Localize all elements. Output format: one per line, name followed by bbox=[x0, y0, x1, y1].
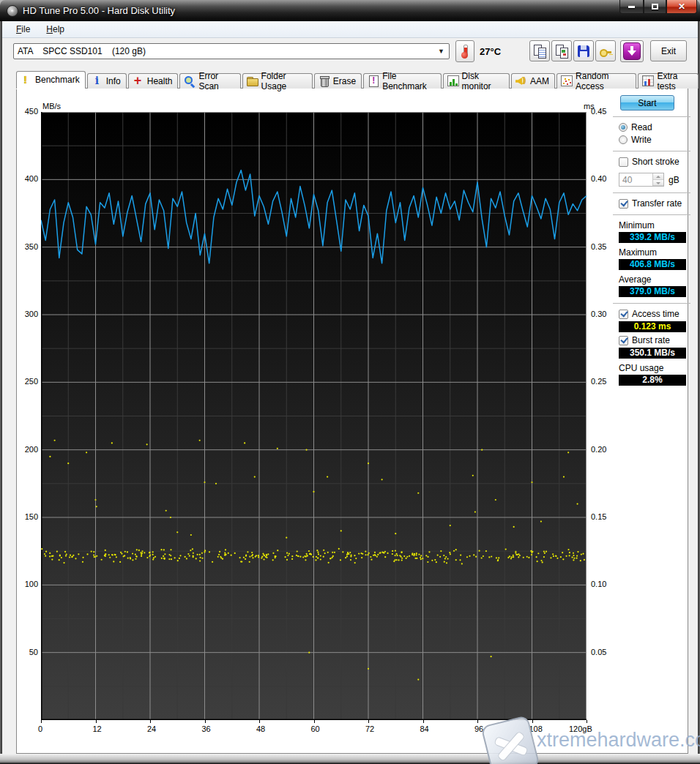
magnifier-icon bbox=[184, 75, 196, 86]
transfer-rate-row[interactable]: Transfer rate bbox=[619, 198, 686, 209]
y-right-tick-label: 0.15 bbox=[591, 512, 606, 521]
close-button[interactable]: ✕ bbox=[666, 0, 697, 14]
save-icon bbox=[576, 44, 591, 59]
read-radio[interactable] bbox=[619, 123, 628, 132]
title-bar[interactable]: HD Tune Pro 5.00 - Hard Disk Utility ✕ bbox=[0, 0, 700, 21]
maximum-label: Maximum bbox=[619, 247, 686, 258]
toolbar: ATA SPCC SSD101 (120 gB) ▼ 27°C Exit bbox=[2, 38, 698, 70]
x-axis-tick bbox=[150, 720, 151, 723]
tab-folder-usage[interactable]: Folder Usage bbox=[242, 73, 313, 89]
transfer-rate-checkbox[interactable] bbox=[619, 199, 628, 209]
cpu-usage-value: 2.8% bbox=[619, 375, 686, 386]
tab-disk-monitor[interactable]: Disk monitor bbox=[443, 73, 510, 89]
access-time-value: 0.123 ms bbox=[619, 321, 686, 332]
y-right-tick-label: 0.05 bbox=[591, 648, 606, 656]
drive-select-dropdown[interactable]: ATA SPCC SSD101 (120 gB) ▼ bbox=[13, 43, 450, 59]
tab-random-access[interactable]: Random Access bbox=[556, 73, 636, 89]
tab-erase[interactable]: Erase bbox=[314, 73, 362, 89]
x-tick-label: 48 bbox=[256, 724, 265, 733]
drive-select-value: ATA SPCC SSD101 (120 gB) bbox=[18, 46, 146, 56]
menu-item-help[interactable]: Help bbox=[38, 22, 72, 37]
copy-text-button[interactable] bbox=[529, 40, 550, 61]
burst-rate-checkbox[interactable] bbox=[619, 336, 628, 345]
grid-chart-icon bbox=[642, 75, 654, 86]
tab-aam[interactable]: AAM bbox=[511, 73, 555, 89]
y-left-tick-label: 150 bbox=[18, 512, 38, 521]
x-axis-tick bbox=[96, 720, 97, 723]
y-left-tick-label: 450 bbox=[18, 107, 38, 116]
y-left-tick-label: 200 bbox=[18, 445, 38, 454]
tab-health[interactable]: Health bbox=[128, 73, 179, 89]
close-icon: ✕ bbox=[678, 1, 685, 12]
y-right-tick-label: 0.10 bbox=[591, 580, 606, 588]
tab-label: AAM bbox=[530, 76, 549, 86]
capacity-value[interactable]: 40 bbox=[619, 173, 652, 186]
short-stroke-row[interactable]: Short stroke bbox=[619, 157, 686, 167]
y-left-axis-title: MB/s bbox=[42, 102, 61, 111]
tab-label: Disk monitor bbox=[462, 71, 504, 91]
start-button[interactable]: Start bbox=[620, 95, 674, 111]
short-stroke-checkbox[interactable] bbox=[619, 157, 628, 167]
write-radio[interactable] bbox=[619, 135, 628, 144]
thermometer-icon bbox=[458, 44, 472, 59]
x-tick-label: 24 bbox=[147, 724, 156, 733]
benchmark-tab-page: MB/sms450400350300250200150100500.450.40… bbox=[16, 88, 688, 754]
x-tick-label: 84 bbox=[420, 724, 429, 733]
tab-benchmark[interactable]: Benchmark bbox=[16, 71, 86, 89]
x-tick-label: 0 bbox=[38, 724, 42, 733]
y-left-tick-label: 100 bbox=[18, 580, 38, 588]
short-stroke-label: Short stroke bbox=[632, 157, 679, 167]
menu-item-file[interactable]: File bbox=[8, 22, 38, 37]
tab-label: Health bbox=[147, 76, 173, 86]
temperature-button[interactable] bbox=[455, 40, 474, 62]
tab-label: Benchmark bbox=[35, 75, 80, 85]
access-time-label: Access time bbox=[632, 309, 679, 319]
save-button[interactable] bbox=[573, 40, 594, 61]
update-button[interactable] bbox=[620, 40, 644, 62]
divider bbox=[613, 303, 690, 304]
capacity-unit-label: gB bbox=[669, 175, 679, 185]
capacity-row: 40 gB bbox=[619, 173, 686, 187]
menu-bar: FileHelp bbox=[2, 21, 698, 38]
info-icon bbox=[92, 75, 103, 86]
tab-file-benchmark[interactable]: File Benchmark bbox=[363, 73, 441, 89]
tab-error-scan[interactable]: Error Scan bbox=[179, 73, 240, 89]
exit-button[interactable]: Exit bbox=[650, 40, 687, 61]
write-radio-row[interactable]: Write bbox=[619, 135, 686, 145]
minimize-button[interactable] bbox=[619, 0, 644, 14]
maximum-value: 406.8 MB/s bbox=[619, 259, 686, 270]
watermark-text: xtremehardware.com bbox=[537, 729, 700, 752]
read-radio-row[interactable]: Read bbox=[619, 122, 686, 132]
y-left-tick-label: 350 bbox=[18, 242, 38, 251]
stepper-up-icon[interactable] bbox=[653, 173, 663, 180]
y-left-tick-label: 300 bbox=[18, 310, 38, 318]
window-frame-bottom bbox=[0, 754, 700, 764]
access-time-row[interactable]: Access time bbox=[619, 309, 686, 319]
tab-info[interactable]: Info bbox=[87, 73, 127, 89]
burst-rate-value: 350.1 MB/s bbox=[619, 348, 686, 359]
copy-image-button[interactable] bbox=[551, 40, 572, 61]
y-right-tick-label: 0.35 bbox=[591, 242, 606, 251]
tab-label: Random Access bbox=[576, 71, 630, 91]
burst-rate-row[interactable]: Burst rate bbox=[619, 335, 686, 345]
capacity-stepper[interactable]: 40 bbox=[619, 173, 664, 187]
window-controls: ✕ bbox=[619, 0, 697, 14]
write-radio-label: Write bbox=[631, 135, 652, 145]
tab-label: File Benchmark bbox=[382, 71, 435, 91]
maximize-button[interactable] bbox=[644, 0, 666, 14]
x-tick-label: 72 bbox=[365, 724, 374, 733]
health-icon bbox=[133, 75, 144, 86]
access-time-checkbox[interactable] bbox=[619, 310, 628, 319]
x-axis-tick bbox=[423, 720, 424, 723]
x-tick-label: 12 bbox=[93, 724, 102, 733]
stepper-down-icon[interactable] bbox=[653, 180, 663, 187]
options-button[interactable] bbox=[595, 40, 616, 61]
tab-label: Info bbox=[106, 76, 121, 86]
bulb-icon bbox=[21, 74, 32, 85]
cpu-usage-label: CPU usage bbox=[619, 363, 686, 373]
window-frame-left bbox=[0, 21, 2, 754]
window-title: HD Tune Pro 5.00 - Hard Disk Utility bbox=[23, 5, 175, 16]
tab-extra-tests[interactable]: Extra tests bbox=[638, 73, 699, 89]
benchmark-control-panel: Start Read Write Short stroke 40 bbox=[619, 95, 686, 389]
x-axis-tick bbox=[477, 720, 478, 723]
